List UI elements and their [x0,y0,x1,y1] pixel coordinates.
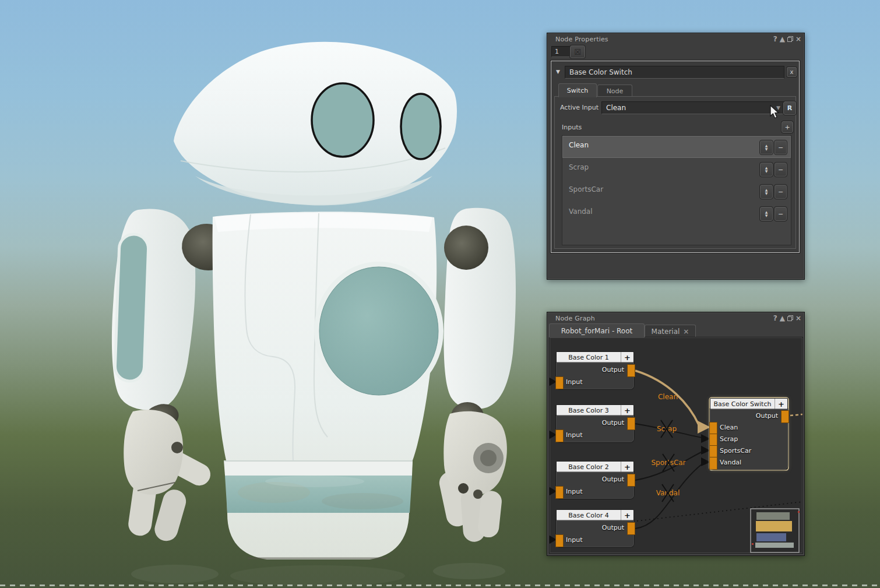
input-port-sportscar[interactable] [709,445,717,458]
input-label-clean: Clean [720,422,738,434]
output-label: Output [602,474,624,485]
node-header[interactable]: Base Color 4 + [556,509,634,520]
remove-node-properties-button[interactable]: x [787,67,797,77]
reorder-spinner[interactable]: ▲▼ [760,207,773,221]
node-properties-panel: Node Properties ? ▲ × ☒ ▼ x Switch Node … [547,33,805,280]
close-panel-icon[interactable]: × [795,315,801,322]
node-add-icon[interactable]: + [621,462,633,472]
tab-node[interactable]: Node [597,84,632,97]
node-graph-titlebar[interactable]: Node Graph ? ▲ × [548,313,804,323]
node-header[interactable]: Base Color 1 + [556,351,634,362]
input-label: Input [566,376,582,388]
float-panel-icon[interactable] [787,36,793,42]
node-base-color-1[interactable]: Base Color 1 + Output Input [556,351,634,389]
input-label: Input [566,429,582,441]
node-name-field[interactable] [565,66,784,79]
input-port[interactable] [555,429,564,442]
output-label: Output [602,364,624,376]
reset-button[interactable]: R [783,101,796,115]
node-properties-titlebar[interactable]: Node Properties ? ▲ × [548,34,804,44]
inputs-section-label: Inputs [562,124,582,131]
remove-input-button[interactable]: − [775,185,787,199]
node-add-icon[interactable]: + [621,405,633,416]
disclosure-triangle-icon[interactable]: ▼ [556,69,560,75]
robot-right-shoulder-joint [444,226,488,270]
active-input-label: Active Input [560,104,599,111]
node-base-color-4[interactable]: Base Color 4 + Output Input [556,509,634,547]
help-icon[interactable]: ? [773,315,777,322]
reorder-spinner[interactable]: ▲▼ [760,163,773,177]
remove-input-button[interactable]: − [775,140,787,154]
graph-tab-label: Material [652,328,680,336]
remove-input-button[interactable]: − [775,163,787,177]
input-row-label: Scrap [569,163,589,171]
clear-properties-stack-button[interactable]: ☒ [570,45,585,58]
robot-right-hand[interactable] [437,411,507,543]
output-port[interactable] [627,417,635,430]
reorder-spinner[interactable]: ▲▼ [760,140,773,154]
float-panel-icon[interactable] [787,315,793,321]
node-base-color-switch[interactable]: Base Color Switch + Output Clean Scrap S… [710,398,788,470]
remove-input-button[interactable]: − [775,207,787,221]
input-row-clean[interactable]: Clean ▲▼ − [562,136,791,158]
robot-waist-white-band [224,460,413,476]
node-add-icon[interactable]: + [621,510,633,520]
collapse-icon[interactable]: ▲ [780,315,785,322]
input-port[interactable] [555,534,564,547]
input-port-vandal[interactable] [709,457,717,470]
close-tab-icon[interactable]: × [683,328,689,336]
properties-stack-count-field[interactable] [551,46,571,57]
output-port[interactable] [627,364,635,377]
graph-tab-root[interactable]: Robot_forMari - Root [549,323,645,337]
collapse-icon[interactable]: ▲ [780,36,785,43]
input-row-label: Vandal [569,207,593,216]
mari-application-window: Node Properties ? ▲ × ☒ ▼ x Switch Node … [0,0,880,588]
node-title: Base Color 1 [557,354,621,361]
output-port[interactable] [627,474,635,487]
tab-switch[interactable]: Switch [558,83,597,97]
switch-tab-content: Active Input Clean ▼ R Inputs + Clean ▲▼… [554,96,796,249]
output-port[interactable] [781,410,789,423]
help-icon[interactable]: ? [773,36,777,43]
robot-eye-right [401,94,441,159]
graph-tab-material[interactable]: Material × [645,325,696,337]
nodegraph-minimap[interactable] [751,509,800,552]
panel-title: Node Properties [555,36,608,43]
node-base-color-3[interactable]: Base Color 3 + Output Input [556,404,634,442]
input-row-vandal[interactable]: Vandal ▲▼ − [562,202,791,224]
node-header[interactable]: Base Color Switch + [710,398,788,409]
node-graph-canvas[interactable]: Clean Scrap SportsCar Vandal [549,337,803,554]
input-port[interactable] [555,486,564,499]
wire-label-clean: Clean [658,393,678,401]
node-header[interactable]: Base Color 2 + [556,461,634,472]
robot-eye-left [312,83,374,157]
active-input-dropdown[interactable]: Clean ▼ [601,101,785,114]
wire-switch-output-dashed [790,414,802,416]
panel-title: Node Graph [555,315,595,322]
robot-left-hand[interactable] [124,410,214,544]
input-row-scrap[interactable]: Scrap ▲▼ − [562,158,791,180]
node-add-icon[interactable]: + [775,399,787,409]
node-title: Base Color Switch [710,400,775,408]
node-title: Base Color 2 [557,463,621,471]
node-properties-group: ▼ x Switch Node Active Input Clean ▼ R I… [551,61,800,253]
output-port[interactable] [627,522,635,535]
node-header[interactable]: Base Color 3 + [556,404,634,416]
input-port-scrap[interactable] [709,434,717,446]
robot-chest-lens [319,267,438,395]
input-port-clean[interactable] [709,422,717,435]
node-base-color-2[interactable]: Base Color 2 + Output Input [556,461,634,499]
input-row-label: Clean [569,141,589,149]
close-panel-icon[interactable]: × [795,36,801,43]
input-row-sportscar[interactable]: SportsCar ▲▼ − [562,180,791,202]
output-label: Output [602,417,624,429]
input-label: Input [566,534,582,546]
wire-clean-arrowhead [698,421,710,434]
node-add-icon[interactable]: + [621,352,633,362]
reorder-spinner[interactable]: ▲▼ [760,185,773,199]
add-input-button[interactable]: + [782,121,793,133]
inputs-list: Clean ▲▼ − Scrap ▲▼ − SportsCar ▲▼ − [562,135,791,245]
robot-left-arm-window [115,234,149,382]
input-row-label: SportsCar [569,185,603,193]
input-port[interactable] [555,376,564,389]
